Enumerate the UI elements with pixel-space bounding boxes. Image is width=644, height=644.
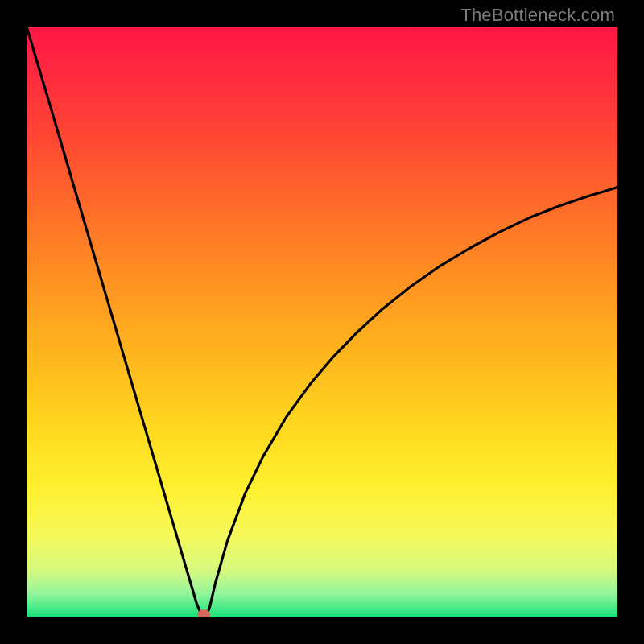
watermark-text: TheBottleneck.com [460,5,615,26]
curve-layer [27,27,617,617]
plot-area [27,27,617,617]
bottleneck-curve [27,27,617,617]
chart-container: TheBottleneck.com [0,0,644,644]
